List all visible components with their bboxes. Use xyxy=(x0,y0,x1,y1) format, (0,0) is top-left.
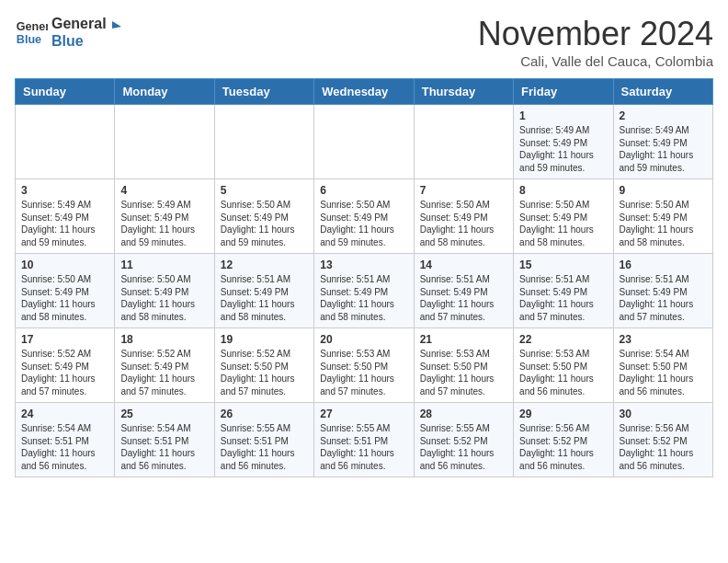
day-info: Sunrise: 5:51 AM Sunset: 5:49 PM Dayligh… xyxy=(420,273,507,323)
day-cell-14: 14Sunrise: 5:51 AM Sunset: 5:49 PM Dayli… xyxy=(414,254,513,328)
day-number: 30 xyxy=(620,408,707,420)
day-info: Sunrise: 5:50 AM Sunset: 5:49 PM Dayligh… xyxy=(21,273,108,323)
day-cell-16: 16Sunrise: 5:51 AM Sunset: 5:49 PM Dayli… xyxy=(613,254,712,328)
day-number: 10 xyxy=(21,259,108,271)
day-number: 20 xyxy=(320,333,407,346)
day-number: 1 xyxy=(519,109,607,122)
day-info: Sunrise: 5:52 AM Sunset: 5:50 PM Dayligh… xyxy=(221,348,308,397)
day-number: 13 xyxy=(320,259,407,271)
day-cell-15: 15Sunrise: 5:51 AM Sunset: 5:49 PM Dayli… xyxy=(514,254,613,328)
day-cell-26: 26Sunrise: 5:55 AM Sunset: 5:51 PM Dayli… xyxy=(214,403,313,477)
day-info: Sunrise: 5:55 AM Sunset: 5:52 PM Dayligh… xyxy=(420,422,507,472)
day-cell-21: 21Sunrise: 5:53 AM Sunset: 5:50 PM Dayli… xyxy=(414,328,513,403)
day-number: 4 xyxy=(120,184,208,197)
page-header: General Blue General Blue November 2024 … xyxy=(15,15,713,69)
title-block: November 2024 Cali, Valle del Cauca, Col… xyxy=(478,15,713,69)
day-cell-25: 25Sunrise: 5:54 AM Sunset: 5:51 PM Dayli… xyxy=(115,403,214,477)
day-info: Sunrise: 5:50 AM Sunset: 5:49 PM Dayligh… xyxy=(519,199,607,248)
day-info: Sunrise: 5:49 AM Sunset: 5:49 PM Dayligh… xyxy=(620,124,707,174)
day-info: Sunrise: 5:50 AM Sunset: 5:49 PM Dayligh… xyxy=(320,199,407,248)
day-cell-12: 12Sunrise: 5:51 AM Sunset: 5:49 PM Dayli… xyxy=(214,254,313,328)
day-number: 6 xyxy=(320,184,407,197)
svg-text:General: General xyxy=(17,20,48,33)
day-number: 5 xyxy=(221,184,308,197)
day-info: Sunrise: 5:54 AM Sunset: 5:51 PM Dayligh… xyxy=(21,422,108,472)
day-cell-17: 17Sunrise: 5:52 AM Sunset: 5:49 PM Dayli… xyxy=(16,328,115,403)
day-number: 8 xyxy=(519,184,607,197)
day-info: Sunrise: 5:50 AM Sunset: 5:49 PM Dayligh… xyxy=(620,199,707,248)
day-info: Sunrise: 5:56 AM Sunset: 5:52 PM Dayligh… xyxy=(519,422,607,472)
weekday-header-tuesday: Tuesday xyxy=(214,79,313,105)
day-info: Sunrise: 5:52 AM Sunset: 5:49 PM Dayligh… xyxy=(120,348,208,397)
weekday-header-saturday: Saturday xyxy=(613,79,712,105)
day-info: Sunrise: 5:49 AM Sunset: 5:49 PM Dayligh… xyxy=(120,199,208,248)
day-number: 3 xyxy=(21,184,108,197)
empty-cell xyxy=(214,105,313,179)
day-cell-19: 19Sunrise: 5:52 AM Sunset: 5:50 PM Dayli… xyxy=(214,328,313,403)
day-info: Sunrise: 5:54 AM Sunset: 5:51 PM Dayligh… xyxy=(120,422,208,472)
weekday-header-row: SundayMondayTuesdayWednesdayThursdayFrid… xyxy=(16,79,713,105)
week-row-5: 24Sunrise: 5:54 AM Sunset: 5:51 PM Dayli… xyxy=(16,403,713,477)
day-cell-4: 4Sunrise: 5:49 AM Sunset: 5:49 PM Daylig… xyxy=(115,179,214,254)
week-row-4: 17Sunrise: 5:52 AM Sunset: 5:49 PM Dayli… xyxy=(16,328,713,403)
day-info: Sunrise: 5:51 AM Sunset: 5:49 PM Dayligh… xyxy=(620,273,707,323)
day-info: Sunrise: 5:49 AM Sunset: 5:49 PM Dayligh… xyxy=(21,199,108,248)
day-info: Sunrise: 5:53 AM Sunset: 5:50 PM Dayligh… xyxy=(420,348,507,397)
week-row-1: 1Sunrise: 5:49 AM Sunset: 5:49 PM Daylig… xyxy=(16,105,713,179)
day-number: 12 xyxy=(221,259,308,271)
week-row-2: 3Sunrise: 5:49 AM Sunset: 5:49 PM Daylig… xyxy=(16,179,713,254)
day-number: 26 xyxy=(221,408,308,420)
logo: General Blue General Blue xyxy=(15,15,121,50)
day-info: Sunrise: 5:55 AM Sunset: 5:51 PM Dayligh… xyxy=(221,422,308,472)
day-number: 19 xyxy=(221,333,308,346)
day-cell-22: 22Sunrise: 5:53 AM Sunset: 5:50 PM Dayli… xyxy=(514,328,613,403)
day-info: Sunrise: 5:50 AM Sunset: 5:49 PM Dayligh… xyxy=(120,273,208,323)
calendar-table: SundayMondayTuesdayWednesdayThursdayFrid… xyxy=(15,78,713,477)
day-cell-7: 7Sunrise: 5:50 AM Sunset: 5:49 PM Daylig… xyxy=(414,179,513,254)
logo-bird-icon xyxy=(103,19,121,38)
empty-cell xyxy=(115,105,214,179)
day-number: 2 xyxy=(620,109,707,122)
day-number: 29 xyxy=(519,408,607,420)
day-cell-1: 1Sunrise: 5:49 AM Sunset: 5:49 PM Daylig… xyxy=(514,105,613,179)
day-cell-24: 24Sunrise: 5:54 AM Sunset: 5:51 PM Dayli… xyxy=(16,403,115,477)
weekday-header-friday: Friday xyxy=(514,79,613,105)
day-number: 27 xyxy=(320,408,407,420)
day-number: 9 xyxy=(620,184,707,197)
day-cell-11: 11Sunrise: 5:50 AM Sunset: 5:49 PM Dayli… xyxy=(115,254,214,328)
day-number: 11 xyxy=(120,259,208,271)
day-info: Sunrise: 5:51 AM Sunset: 5:49 PM Dayligh… xyxy=(221,273,308,323)
day-info: Sunrise: 5:52 AM Sunset: 5:49 PM Dayligh… xyxy=(21,348,108,397)
month-title: November 2024 xyxy=(478,15,713,53)
week-row-3: 10Sunrise: 5:50 AM Sunset: 5:49 PM Dayli… xyxy=(16,254,713,328)
day-number: 7 xyxy=(420,184,507,197)
weekday-header-wednesday: Wednesday xyxy=(314,79,414,105)
day-number: 18 xyxy=(120,333,208,346)
day-info: Sunrise: 5:55 AM Sunset: 5:51 PM Dayligh… xyxy=(320,422,407,472)
weekday-header-thursday: Thursday xyxy=(414,79,513,105)
logo-line1: General xyxy=(51,15,107,32)
day-info: Sunrise: 5:56 AM Sunset: 5:52 PM Dayligh… xyxy=(620,422,707,472)
logo-icon: General Blue xyxy=(15,16,48,49)
day-info: Sunrise: 5:50 AM Sunset: 5:49 PM Dayligh… xyxy=(420,199,507,248)
day-number: 22 xyxy=(519,333,607,346)
day-cell-8: 8Sunrise: 5:50 AM Sunset: 5:49 PM Daylig… xyxy=(514,179,613,254)
day-number: 17 xyxy=(21,333,108,346)
day-number: 15 xyxy=(519,259,607,271)
day-info: Sunrise: 5:53 AM Sunset: 5:50 PM Dayligh… xyxy=(519,348,607,397)
weekday-header-monday: Monday xyxy=(115,79,214,105)
day-number: 24 xyxy=(21,408,108,420)
day-info: Sunrise: 5:51 AM Sunset: 5:49 PM Dayligh… xyxy=(320,273,407,323)
weekday-header-sunday: Sunday xyxy=(16,79,115,105)
day-info: Sunrise: 5:54 AM Sunset: 5:50 PM Dayligh… xyxy=(620,348,707,397)
day-cell-6: 6Sunrise: 5:50 AM Sunset: 5:49 PM Daylig… xyxy=(314,179,414,254)
day-number: 23 xyxy=(620,333,707,346)
day-number: 16 xyxy=(620,259,707,271)
day-cell-27: 27Sunrise: 5:55 AM Sunset: 5:51 PM Dayli… xyxy=(314,403,414,477)
day-number: 21 xyxy=(420,333,507,346)
day-number: 28 xyxy=(420,408,507,420)
day-cell-5: 5Sunrise: 5:50 AM Sunset: 5:49 PM Daylig… xyxy=(214,179,313,254)
day-cell-29: 29Sunrise: 5:56 AM Sunset: 5:52 PM Dayli… xyxy=(514,403,613,477)
empty-cell xyxy=(16,105,115,179)
day-cell-23: 23Sunrise: 5:54 AM Sunset: 5:50 PM Dayli… xyxy=(613,328,712,403)
